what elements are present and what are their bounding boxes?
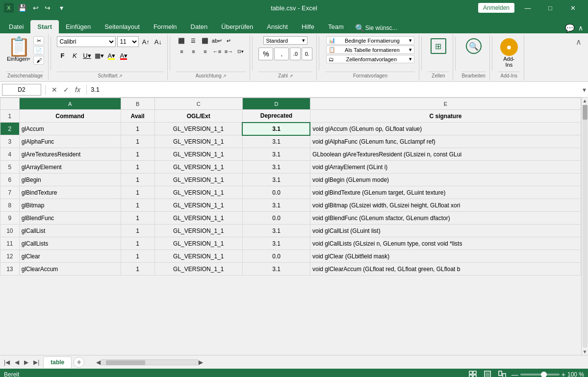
cell-c11[interactable]: GL_VERSION_1_1 <box>154 237 242 250</box>
cell-c3[interactable]: GL_VERSION_1_1 <box>154 135 242 148</box>
tab-team[interactable]: Team <box>321 20 351 33</box>
cell-c9[interactable]: GL_VERSION_1_1 <box>154 212 242 225</box>
increase-decimal-button[interactable]: 0. <box>302 48 312 60</box>
tab-hilfe[interactable]: Hilfe <box>295 20 321 33</box>
row-num-12[interactable]: 12 <box>0 250 20 263</box>
cell-e7[interactable]: void glBindTexture (GLenum target, GLuin… <box>310 186 581 199</box>
tab-daten[interactable]: Daten <box>184 20 215 33</box>
italic-button[interactable]: K <box>69 50 80 61</box>
col-header-b[interactable]: B <box>121 98 154 110</box>
cell-a6[interactable]: glBegin <box>19 174 121 186</box>
cell-b8[interactable]: 1 <box>121 199 154 212</box>
cell-b1[interactable]: Avail <box>121 110 154 123</box>
bearbeiten-button[interactable]: 🔍 <box>464 36 484 56</box>
maximize-button[interactable]: □ <box>539 0 562 16</box>
zoom-thumb[interactable] <box>541 372 547 377</box>
cell-d10[interactable]: 3.1 <box>242 225 310 237</box>
cell-b3[interactable]: 1 <box>121 135 154 148</box>
text-direction-button[interactable]: ab↵ <box>211 36 222 45</box>
col-header-e[interactable]: E <box>310 98 581 110</box>
cell-e12[interactable]: void glClear (GLbitfield mask) <box>310 250 581 263</box>
decrease-indent-button[interactable]: ←≡ <box>211 47 222 56</box>
horizontal-scrollbar[interactable] <box>101 359 199 365</box>
cell-b13[interactable]: 1 <box>121 263 154 276</box>
sie-wuenschen-label[interactable]: Sie wünsc... <box>365 25 397 31</box>
cell-d3[interactable]: 3.1 <box>242 135 310 148</box>
wrap-text-button[interactable]: ↵ <box>223 36 234 45</box>
scroll-down-arrow[interactable]: ▼ <box>582 349 588 355</box>
als-tabelle-button[interactable]: 📋 Als Tabelle formatieren ▾ <box>326 46 414 54</box>
font-name-select[interactable]: Calibri <box>57 36 116 47</box>
vertical-scrollbar[interactable]: ▲ ▼ <box>581 98 588 355</box>
increase-font-button[interactable]: A↑ <box>140 36 151 47</box>
tab-ueberpruefen[interactable]: Überprüfen <box>214 20 260 33</box>
number-format-arrow[interactable]: ▾ <box>302 37 305 44</box>
cell-c13[interactable]: GL_VERSION_1_1 <box>154 263 242 276</box>
zoom-out-button[interactable]: — <box>511 371 518 377</box>
tab-start[interactable]: Start <box>30 20 59 33</box>
cell-e3[interactable]: void glAlphaFunc (GLenum func, GLclampf … <box>310 135 581 148</box>
cell-c8[interactable]: GL_VERSION_1_1 <box>154 199 242 212</box>
tab-datei[interactable]: Datei <box>2 20 30 33</box>
cell-a2[interactable]: glAccum <box>19 123 121 135</box>
cell-a13[interactable]: glClearAccum <box>19 263 121 276</box>
als-tabelle-arrow[interactable]: ▾ <box>409 47 412 53</box>
ribbon-collapse-btn[interactable]: ∧ <box>573 36 584 47</box>
cell-a7[interactable]: glBindTexture <box>19 186 121 199</box>
cell-reference-box[interactable]: D2 <box>2 84 41 96</box>
zoom-in-button[interactable]: + <box>562 371 565 377</box>
cell-d5[interactable]: 3.1 <box>242 161 310 174</box>
cell-b2[interactable]: 1 <box>121 123 154 135</box>
ribbon-comment-button[interactable]: 💬 <box>564 23 575 33</box>
cell-d9[interactable]: 0.0 <box>242 212 310 225</box>
cut-button[interactable]: ✂ <box>33 36 44 45</box>
grid-scroll-area[interactable]: A B C D E 1 Command Avail OGL/Ext Deprec… <box>0 98 581 355</box>
cell-d8[interactable]: 3.1 <box>242 199 310 212</box>
page-layout-button[interactable] <box>482 369 493 377</box>
row-num-8[interactable]: 8 <box>0 199 20 212</box>
format-painter-button[interactable]: 🖌 <box>33 56 44 65</box>
sheet-nav-first[interactable]: |◀ <box>2 359 12 366</box>
merge-center-button[interactable]: ⊡▾ <box>235 47 246 56</box>
cell-e8[interactable]: void glBitmap (GLsizei width, GLsizei he… <box>310 199 581 212</box>
bedingte-format-arrow[interactable]: ▾ <box>409 37 412 44</box>
thousands-button[interactable]: , <box>274 48 289 60</box>
formula-cancel-icon[interactable]: ✕ <box>50 85 59 95</box>
font-color-button[interactable]: A▾ <box>118 50 129 61</box>
fill-color-button[interactable]: A▾ <box>106 50 117 61</box>
zoom-slider[interactable] <box>520 374 560 376</box>
col-header-d[interactable]: D <box>242 98 310 110</box>
tab-einfuegen[interactable]: Einfügen <box>59 20 98 33</box>
close-button[interactable]: ✕ <box>562 0 584 16</box>
percent-button[interactable]: % <box>258 48 273 60</box>
cell-e13[interactable]: void glClearAccum (GLfloat red, GLfloat … <box>310 263 581 276</box>
cell-b10[interactable]: 1 <box>121 225 154 237</box>
cell-e4[interactable]: GLboolean glAreTexturesResident (GLsizei… <box>310 148 581 161</box>
row-num-4[interactable]: 4 <box>0 148 20 161</box>
add-sheet-button[interactable]: + <box>74 357 84 368</box>
row-num-6[interactable]: 6 <box>0 174 20 186</box>
zellenformat-button[interactable]: 🗂 Zellenformatvorlagen ▾ <box>326 55 414 63</box>
copy-button[interactable]: 📄 <box>33 46 44 55</box>
hscroll-right-arrow[interactable]: ▶ <box>199 359 203 366</box>
cell-c12[interactable]: GL_VERSION_1_1 <box>154 250 242 263</box>
bedingte-format-button[interactable]: 📊 Bedingte Formatierung ▾ <box>326 36 414 45</box>
sheet-nav-prev[interactable]: ◀ <box>13 359 21 366</box>
cell-d12[interactable]: 0.0 <box>242 250 310 263</box>
alignment-expand-icon[interactable]: ↗ <box>223 74 227 78</box>
row-num-5[interactable]: 5 <box>0 161 20 174</box>
cell-c6[interactable]: GL_VERSION_1_1 <box>154 174 242 186</box>
cell-c10[interactable]: GL_VERSION_1_1 <box>154 225 242 237</box>
row-num-10[interactable]: 10 <box>0 225 20 237</box>
row-num-7[interactable]: 7 <box>0 186 20 199</box>
cell-a8[interactable]: glBitmap <box>19 199 121 212</box>
decrease-decimal-button[interactable]: .0 <box>290 48 301 60</box>
formula-expand-button[interactable]: ▾ <box>583 86 586 94</box>
cell-d7[interactable]: 0.0 <box>242 186 310 199</box>
cell-e2[interactable]: void glAccum (GLenum op, GLfloat value) <box>310 123 581 135</box>
row-num-11[interactable]: 11 <box>0 237 20 250</box>
tab-formeln[interactable]: Formeln <box>147 20 184 33</box>
cell-b11[interactable]: 1 <box>121 237 154 250</box>
hscroll-left-arrow[interactable]: ◀ <box>96 359 101 366</box>
font-size-select[interactable]: 11 <box>117 36 139 47</box>
